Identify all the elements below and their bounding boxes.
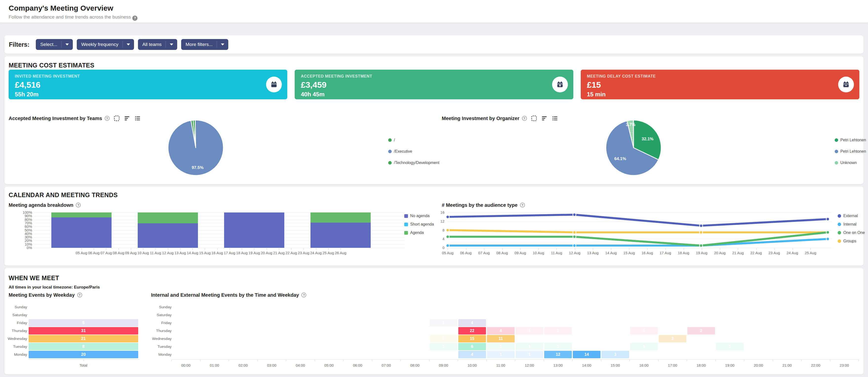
data-point[interactable] (700, 244, 703, 247)
heatmap-cell[interactable]: 15 (458, 335, 486, 342)
expand-icon[interactable] (531, 115, 537, 121)
legend-swatch (388, 161, 392, 165)
legend-item[interactable]: Unknown (835, 161, 857, 165)
heatmap-cell[interactable]: 11 (487, 335, 515, 342)
line-series-groups[interactable] (448, 230, 828, 232)
data-point[interactable] (446, 215, 450, 219)
y-axis-tick-label: 100% (9, 210, 32, 214)
heatmap-cell[interactable]: 14 (573, 351, 600, 358)
filter-dropdown-select[interactable]: Select... (36, 39, 73, 50)
legend-item[interactable]: No agenda (404, 214, 429, 218)
data-point[interactable] (573, 235, 576, 238)
heatmap-hour-label: 19:00 (721, 363, 738, 367)
legend-item[interactable]: Petri Lehtonen (835, 138, 866, 142)
heatmap-cell[interactable]: 1 (516, 327, 543, 335)
legend-item[interactable]: Groups (838, 239, 856, 243)
heatmap-cell[interactable]: 2 (687, 327, 715, 335)
bar-segment-agenda[interactable] (310, 212, 371, 223)
data-point[interactable] (826, 218, 830, 221)
bar-segment-no-agenda[interactable] (310, 223, 371, 248)
heatmap-cell[interactable]: 1 (544, 327, 572, 335)
data-point[interactable] (573, 231, 576, 234)
legend-item[interactable]: One on One (838, 231, 865, 235)
list-icon[interactable] (134, 115, 141, 121)
heatmap-cell[interactable]: 1 (430, 343, 457, 350)
trends-card: CALENDAR AND MEETING TRENDS Meeting agen… (4, 186, 864, 266)
x-axis-tick (131, 248, 131, 250)
heatmap-cell[interactable]: 12 (544, 351, 572, 358)
heatmap-hour-label: 16:00 (635, 363, 653, 367)
bar-segment-agenda[interactable] (51, 212, 112, 218)
data-point[interactable] (700, 244, 703, 247)
data-point[interactable] (446, 244, 450, 247)
legend-item[interactable]: External (838, 214, 858, 218)
help-icon[interactable]: ? (520, 203, 525, 207)
legend-item[interactable]: Petri Lehtonen (835, 149, 866, 154)
legend-item[interactable]: Internal (838, 222, 857, 227)
legend-item[interactable]: /Technology/Development (388, 161, 439, 165)
heatmap-cell[interactable]: 1 (430, 319, 457, 327)
bar-chart-icon[interactable] (541, 115, 548, 121)
heatmap-cell[interactable]: 6 (458, 343, 486, 350)
data-point[interactable] (573, 244, 576, 247)
bar-segment-no-agenda[interactable] (224, 212, 284, 248)
data-point[interactable] (826, 237, 830, 241)
pie-data-label: 97.5% (192, 165, 204, 170)
heatmap-cell[interactable]: 1 (630, 327, 658, 335)
line-series-external[interactable] (448, 215, 828, 226)
list-icon[interactable] (552, 115, 558, 121)
heatmap-cell[interactable]: 1 (430, 335, 457, 342)
legend-item[interactable]: /Executive (388, 149, 412, 154)
data-point[interactable] (826, 231, 830, 234)
data-point[interactable] (700, 231, 703, 234)
x-axis-line (172, 359, 859, 360)
heatmap-cell[interactable]: 3 (659, 335, 686, 342)
legend-label: /Technology/Development (394, 161, 439, 165)
line-series-internal[interactable] (448, 239, 828, 245)
x-axis-tick-label: 06 Aug (459, 251, 473, 255)
x-axis-tick (593, 248, 593, 250)
expand-icon[interactable] (114, 115, 120, 121)
data-point[interactable] (826, 231, 830, 234)
legend-swatch (838, 214, 841, 218)
legend-label: Groups (843, 239, 856, 243)
x-axis-tick-label: 07 Aug (476, 251, 491, 255)
legend-item[interactable]: / (388, 138, 395, 142)
bar-segment-no-agenda[interactable] (138, 223, 198, 248)
heatmap-cell[interactable]: 3 (601, 351, 629, 358)
x-axis-tick (254, 248, 254, 250)
x-axis-tick (575, 248, 575, 250)
bar-segment-no-agenda[interactable] (51, 218, 112, 248)
heatmap-cell[interactable]: 1 (487, 343, 515, 350)
help-icon[interactable]: ? (105, 116, 110, 121)
filter-dropdown-frequency[interactable]: Weekly frequency (77, 39, 134, 50)
legend-label: Short agenda (410, 222, 434, 227)
help-icon[interactable]: ? (522, 116, 527, 121)
filter-dropdown-teams[interactable]: All teams (138, 39, 177, 50)
heatmap-cell[interactable]: 1 (516, 343, 543, 350)
filter-dropdown-more[interactable]: More filters... (181, 39, 228, 50)
data-point[interactable] (700, 224, 703, 227)
heatmap-cell[interactable]: 1 (544, 343, 572, 350)
bar-segment-agenda[interactable] (138, 212, 198, 223)
heatmap-cell[interactable]: 4 (458, 319, 486, 327)
heatmap-cell[interactable]: 1 (516, 351, 543, 358)
heatmap-cell[interactable]: 1 (630, 343, 658, 350)
heatmap-cell[interactable]: 22 (458, 327, 486, 335)
data-point[interactable] (446, 235, 450, 238)
data-point[interactable] (573, 213, 576, 216)
heatmap-cell[interactable]: 4 (487, 327, 515, 335)
bar-chart-icon[interactable] (124, 115, 130, 121)
heatmap-cell[interactable]: 1 (487, 351, 515, 358)
calendar-plus-icon (552, 77, 568, 92)
legend-label: External (843, 214, 858, 218)
heatmap-cell[interactable]: 1 (716, 343, 744, 350)
legend-swatch (838, 223, 841, 226)
data-point[interactable] (446, 229, 450, 232)
legend-item[interactable]: Short agenda (404, 222, 434, 227)
legend-item[interactable]: Agenda (404, 231, 424, 235)
heatmap-cell[interactable]: 4 (458, 351, 486, 358)
help-icon[interactable]: ? (132, 16, 137, 21)
line-series-one-on-one[interactable] (448, 232, 828, 245)
legend-label: Internal (843, 222, 857, 227)
